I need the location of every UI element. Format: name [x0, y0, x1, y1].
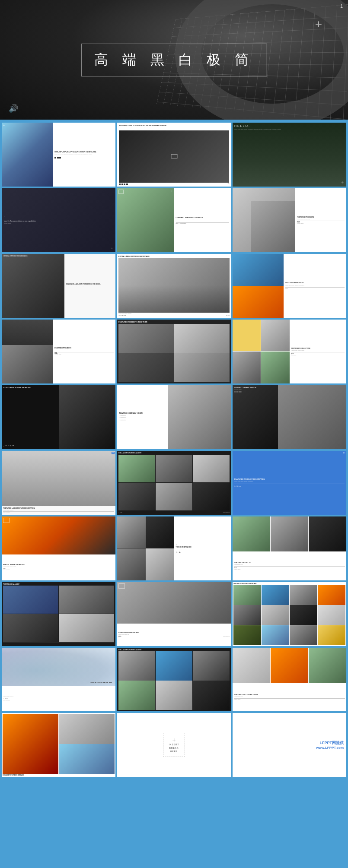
hero-plus-icon: +	[315, 17, 322, 31]
slide-modern-elegant: MODERN, VERY ELEGANT AND PROFESSIONAL DE…	[117, 123, 231, 187]
intro-body: Lorem ipsum dolor sit amet consectetur	[66, 286, 114, 288]
slide1-icon1	[54, 157, 56, 158]
slide2-plus-icon: +	[227, 181, 230, 185]
slide-extra-large-2: EXTRA LARGE PICTURE SHOWCASE ♩$1K ⊙$1,14…	[2, 385, 115, 449]
slide2-icon2	[121, 184, 123, 185]
product-title: COMPANY FEATURED PRODUCT	[176, 216, 230, 219]
slide-collage-gallery: COLLAGE PICTURES GALLERY ♩$12k JAN 28, 2…	[117, 451, 231, 515]
pc-body: Lorem ipsum dolor sit amet	[291, 350, 345, 351]
av-title: AMAZING COMPANY VISION	[119, 412, 166, 414]
product-divider	[176, 222, 230, 223]
tp-img12	[318, 625, 345, 645]
lp-body: Lorem ipsum dolor sit	[118, 634, 230, 635]
fy-img1	[118, 324, 174, 353]
ss2-bg	[2, 648, 115, 686]
tp-img3	[290, 585, 317, 605]
slide1-body: Lorem ipsum dolor sit amet consectetur a…	[54, 154, 114, 156]
branding-company: LFPPT网提供	[320, 740, 344, 746]
am-camera-img	[278, 385, 346, 449]
el2-img	[59, 385, 116, 449]
fpd-badge: 14	[342, 452, 345, 454]
hero-speaker-icon: 🔊	[9, 104, 18, 113]
slide-official-intro: OFFICIAL INTRODUCTION MESSAGES SUNSHINE …	[2, 254, 115, 318]
mp-img1	[233, 254, 284, 286]
fp2-person	[2, 345, 53, 383]
fl-date: JAN 28, 2018	[3, 512, 114, 513]
ss2-title: SPECIAL SHAPE SHOWCASE	[90, 682, 112, 684]
pc-title: PORTFOLIO COLLECTION	[291, 348, 345, 349]
tp-img5	[233, 605, 261, 625]
fp-title: FEATURED PRODUCTS	[297, 216, 345, 218]
tiw-title: THIS IS WHAT WE DO	[176, 546, 230, 548]
slide-portfolio-collection: PORTFOLIO COLLECTION Lorem ipsum dolor s…	[233, 320, 346, 383]
tp-img7	[290, 605, 317, 625]
slide-collage-2: COLLAGE PICTURES GALLERY	[117, 648, 231, 712]
pc-img2	[261, 320, 289, 351]
lp-frame	[118, 583, 125, 589]
cg-img6	[193, 483, 230, 510]
fc-img1	[233, 648, 270, 683]
cg-img3	[193, 455, 230, 482]
mp-price: $12k	[285, 288, 345, 289]
slide2-icon1	[119, 184, 121, 185]
tp-img2	[262, 585, 289, 605]
pg-img3	[3, 614, 58, 642]
slide-collage-showcase: COLLAGE PICTURES SHOWCASE	[2, 713, 115, 777]
fy-img3	[118, 353, 174, 382]
ss2-body: Lorem ipsum dolor sit	[3, 696, 114, 697]
fp-date: JAN 28, 2018	[297, 223, 345, 224]
tp-img1	[233, 585, 261, 605]
cp2-img5	[156, 681, 192, 710]
slide-company-product: + COMPANY FEATURED PRODUCT Lorem ipsum d…	[117, 188, 231, 252]
ss-frame	[3, 518, 10, 523]
slide-branding: LFPPT网提供 www.LFPPT.com	[233, 713, 346, 777]
fp3-img3	[309, 516, 346, 551]
slide3-body: Lorem ipsum dolor sit amet consectetur a…	[234, 129, 345, 130]
mp-title: MOST POPULAR PRODUCTS	[285, 282, 345, 284]
quote-plus-icon: +	[111, 247, 113, 250]
cg-date: JAN 28, 2018	[223, 512, 230, 513]
fp3-divider	[234, 566, 345, 567]
fc-title: FEATURED COLLAGE PICTURES	[234, 694, 345, 696]
slide-amazing-mission: AMAZING COMPANY MISSION 1 Lorem ipsum2 L…	[233, 385, 346, 449]
slide2-icon3	[124, 184, 125, 185]
product-person-img	[251, 201, 295, 252]
slide-most-popular: MOST POPULAR PRODUCTS Lorem ipsum dolor …	[233, 254, 346, 318]
slide-featured-products: FEATURED PRODUCTS Lorem ipsum dolor sit …	[233, 188, 346, 252]
quote-author: Barack Obama	[4, 223, 113, 224]
intro-subtitle: SUNSHINE IS A WELCOME THING BRINGS THE B…	[66, 284, 114, 285]
fc-img3	[309, 648, 346, 683]
pc-img4	[261, 352, 289, 383]
el-body: Lorem ipsum dolor sit amet	[118, 313, 230, 314]
el-date: ♩ JAN 28, 2018	[118, 315, 126, 317]
tiw-img3	[117, 548, 146, 580]
cs-img3	[59, 744, 115, 774]
lp-price: $12k	[118, 636, 121, 637]
mp-img2	[233, 286, 284, 318]
el-title: EXTRA LARGE PICTURE SHOWCASE	[118, 255, 230, 257]
cp2-title: COLLAGE PICTURES GALLERY	[118, 649, 230, 651]
ss-date: JAN 28, 2018	[3, 569, 114, 570]
ss-title: SPECIAL SHAPE SHOWCASE	[3, 564, 114, 566]
slide2-frame	[171, 154, 177, 158]
fp2-body: Lorem ipsum dolor sit amet	[54, 349, 114, 351]
tp-img10	[262, 625, 289, 645]
fp2-date: JAN 28, 2018	[54, 354, 114, 355]
cp2-img2	[156, 651, 192, 681]
slide-insert-break: + INSERT BREAK HERE	[117, 713, 231, 777]
tiw-img1	[117, 516, 146, 548]
fc-img2	[271, 648, 308, 683]
av-img	[168, 385, 231, 449]
product-body: Lorem ipsum dolor sit amet consectetur	[176, 219, 230, 221]
cp2-img4	[118, 681, 155, 710]
am-items: 1 Lorem ipsum2 Lorem ipsum3 Lorem ipsum	[234, 389, 276, 394]
tiw-body: Lorem ipsum dolor sit	[176, 548, 230, 550]
hero-slide: + 高 端 黑 白 极 简 🔊 1	[0, 0, 348, 121]
fl-body: Lorem ipsum dolor sit	[3, 510, 114, 511]
cs-title: COLLAGE PICTURES SHOWCASE	[3, 774, 115, 776]
av-items: 1 Lorem ipsum2 Lorem ipsum3 Lorem ipsum4…	[119, 415, 166, 422]
branding-url: www.LFPPT.com	[316, 746, 344, 750]
tp-img4	[318, 585, 345, 605]
tp-img8	[318, 605, 345, 625]
fp-body: Lorem ipsum dolor sit amet	[297, 219, 345, 220]
